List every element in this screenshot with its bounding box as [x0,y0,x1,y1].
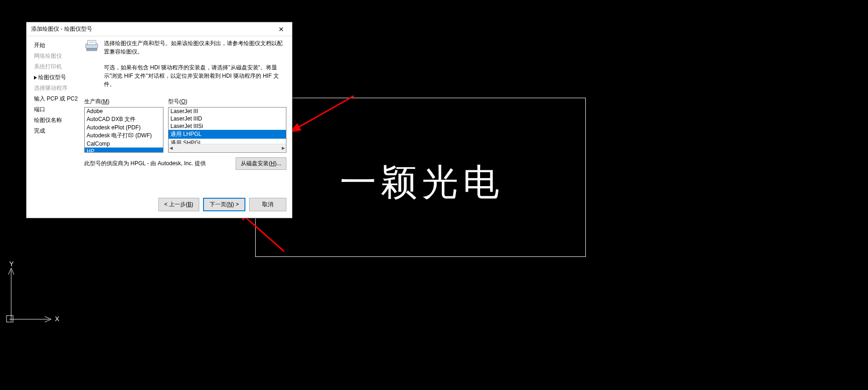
current-step-marker-icon [34,76,37,80]
list-item[interactable]: AutoCAD DXB 文件 [85,115,163,124]
next-button[interactable]: 下一页(N) > [203,198,245,211]
ucs-axes-icon: Y X [3,262,68,327]
model-listbox[interactable]: LaserJet III LaserJet IIID LaserJet IIIS… [168,107,286,153]
step-plotter-name[interactable]: 绘图仪名称 [32,115,82,126]
add-plotter-dialog: 添加绘图仪 - 绘图仪型号 ✕ 开始 网络绘图仪 系统打印机 绘图仪型号 选择驱… [26,22,292,218]
step-system-printer: 系统打印机 [32,61,82,72]
intro-paragraph-2: 可选，如果有包含 HDI 驱动程序的安装盘，请选择"从磁盘安装"。将显示"浏览 … [104,63,286,88]
list-item[interactable]: Autodesk ePlot (PDF) [85,124,163,131]
model-label: 型号(O) [168,98,286,106]
scroll-left-icon[interactable]: ◀ [170,146,173,150]
step-plotter-model[interactable]: 绘图仪型号 [32,72,82,83]
wizard-steps-sidebar: 开始 网络绘图仪 系统打印机 绘图仪型号 选择驱动程序 输入 PCP 或 PC2… [32,39,82,170]
axis-y-label: Y [9,262,14,268]
plotter-icon [84,39,99,52]
close-button[interactable]: ✕ [271,22,292,36]
manufacturer-listbox[interactable]: Adobe AutoCAD DXB 文件 Autodesk ePlot (PDF… [84,107,163,153]
step-port[interactable]: 端口 [32,104,82,115]
list-item[interactable]: Adobe [85,108,163,115]
step-select-driver: 选择驱动程序 [32,83,82,94]
wizard-button-row: < 上一步(B) 下一页(N) > 取消 [27,194,292,218]
intro-paragraph-1: 选择绘图仪生产商和型号。如果该绘图仪未列出，请参考绘图仪文档以配置兼容绘图仪。 [104,39,286,56]
axis-x-label: X [55,315,60,323]
svg-rect-8 [87,48,97,51]
svg-rect-2 [7,316,13,322]
cad-handwritten-text: 一颖光电 [340,158,504,207]
scroll-right-icon[interactable]: ▶ [282,146,285,150]
list-item[interactable]: 通用 SHPGL [169,139,286,144]
list-item-selected[interactable]: 通用 LHPGL [169,130,286,139]
step-import-pcp[interactable]: 输入 PCP 或 PC2 [32,94,82,104]
dialog-title: 添加绘图仪 - 绘图仪型号 [31,25,92,33]
list-item-selected[interactable]: HP [85,148,163,153]
horizontal-scrollbar[interactable]: ◀ ▶ [169,144,286,152]
title-bar[interactable]: 添加绘图仪 - 绘图仪型号 ✕ [27,22,292,36]
svg-rect-7 [88,40,96,45]
back-button[interactable]: < 上一步(B) [158,198,199,211]
install-from-disk-button[interactable]: 从磁盘安装(H)... [236,157,286,170]
list-item[interactable]: LaserJet IIID [169,115,286,122]
step-network-plotter: 网络绘图仪 [32,51,82,61]
supplier-text: 此型号的供应商为 HPGL - 由 Autodesk, Inc. 提供 [84,160,206,168]
step-begin[interactable]: 开始 [32,40,82,51]
list-item[interactable]: CalComp [85,140,163,148]
cancel-button[interactable]: 取消 [249,198,286,211]
list-item[interactable]: Autodesk 电子打印 (DWF) [85,131,163,140]
list-item[interactable]: LaserJet III [169,108,286,115]
step-finish[interactable]: 完成 [32,126,82,136]
manufacturer-label: 生产商(M) [84,98,163,106]
list-item[interactable]: LaserJet IIISi [169,122,286,130]
